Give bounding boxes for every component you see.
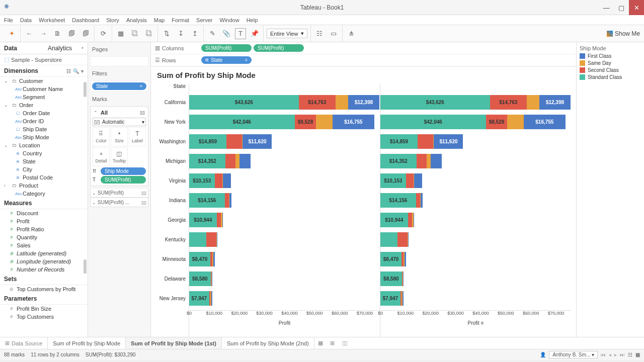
nav-last-icon[interactable]: ⏭ <box>620 352 625 357</box>
bar-segment[interactable]: $14,352 <box>189 154 225 168</box>
view-filmstrip-icon[interactable]: ▦ <box>635 352 640 357</box>
filters-shelf[interactable]: State≡ <box>90 80 148 92</box>
bar-row[interactable]: $10,153 <box>189 171 380 191</box>
menu-file[interactable]: File <box>4 17 13 23</box>
measure-profit[interactable]: #Profit <box>0 217 88 225</box>
pages-shelf[interactable]: Pages <box>90 44 148 54</box>
bar-segment[interactable] <box>213 252 215 266</box>
bar-segment[interactable] <box>403 291 404 306</box>
close-button[interactable]: ✕ <box>629 0 644 15</box>
bar-row[interactable]: $7,947 <box>380 289 571 308</box>
legend-item[interactable]: Second Class <box>580 67 641 73</box>
bar-segment[interactable] <box>223 173 231 188</box>
param-item[interactable]: #Top Customers <box>0 313 88 321</box>
sort-desc-button[interactable]: ↥ <box>189 28 200 39</box>
marks-collapsed-row[interactable]: ⌄ SUM(Profit)▯▯ <box>90 188 148 198</box>
marks-tooltip[interactable]: ◫Tooltip <box>111 147 128 166</box>
view-tabs-icon[interactable]: ☷ <box>628 352 632 357</box>
minimize-button[interactable]: — <box>599 0 614 15</box>
bar-segment[interactable] <box>380 232 397 247</box>
bar-row[interactable]: $14,352 <box>189 151 380 171</box>
bar-segment[interactable]: $8,528 <box>486 115 508 129</box>
nav-first-icon[interactable]: ⏮ <box>601 352 606 357</box>
bar-segment[interactable] <box>226 134 242 149</box>
bar-row[interactable]: $10,153 <box>380 171 571 191</box>
bar-segment[interactable]: $11,620 <box>243 134 272 149</box>
data-tab[interactable]: Data <box>0 42 44 54</box>
fit-selector[interactable]: Entire View▾ <box>267 29 307 38</box>
marks-pill[interactable]: Ship Mode <box>101 167 146 175</box>
measure-profit-ratio[interactable]: #Profit Ratio <box>0 225 88 233</box>
bar-segment[interactable] <box>225 193 229 208</box>
state-label[interactable]: California <box>156 93 189 112</box>
view-icon[interactable]: ☷ <box>66 68 71 74</box>
marks-color[interactable]: ⠿Color <box>93 127 110 146</box>
param-item[interactable]: #Profit Bin Size <box>0 305 88 313</box>
column-pill[interactable]: SUM(Profit) <box>201 44 252 52</box>
bar-segment[interactable]: $14,859 <box>380 134 418 149</box>
state-label[interactable]: Delaware <box>156 269 189 289</box>
bar-row[interactable]: $43,626$14,763$12,398 <box>380 93 571 112</box>
bar-row[interactable]: $10,944 <box>380 210 571 230</box>
state-label[interactable]: New York <box>156 112 189 132</box>
analytics-tab[interactable]: Analytics• <box>44 42 88 54</box>
pin-button[interactable]: 📌 <box>249 28 260 39</box>
menu-format[interactable]: Format <box>172 17 189 23</box>
measure-latitude-generated-[interactable]: ⊕Latitude (generated) <box>0 249 88 257</box>
bar-segment[interactable]: $12,398 <box>348 95 379 110</box>
bar-row[interactable]: $42,046$8,528$16,755 <box>189 112 380 132</box>
bar-segment[interactable] <box>414 213 414 227</box>
presentation-button[interactable]: ▭ <box>328 28 339 39</box>
bar-segment[interactable]: $14,763 <box>490 95 527 110</box>
bar-segment[interactable] <box>507 115 523 129</box>
state-label[interactable]: Indiana <box>156 191 189 210</box>
bar-row[interactable]: $14,859$11,620 <box>189 132 380 151</box>
bar-segment[interactable]: $14,763 <box>299 95 336 110</box>
row-pill[interactable]: ⊞State≡ <box>201 56 252 64</box>
state-label[interactable]: Georgia <box>156 210 189 230</box>
group-button[interactable]: 📎 <box>221 28 232 39</box>
column-pill[interactable]: SUM(Profit) <box>254 44 304 52</box>
bar-segment[interactable] <box>397 232 408 247</box>
menu-story[interactable]: Story <box>106 17 119 23</box>
dim-customer-name[interactable]: AbcCustomer Name <box>0 85 88 93</box>
rows-shelf[interactable]: ☰Rows ⊞State≡ <box>151 54 576 66</box>
measure-quantity[interactable]: #Quantity <box>0 233 88 241</box>
chart-title[interactable]: Sum of Profit by Ship Mode <box>151 67 576 83</box>
dim-country[interactable]: ⊕Country <box>0 149 88 157</box>
nav-prev-icon[interactable]: ◂ <box>609 352 611 357</box>
state-label[interactable]: Minnesota <box>156 249 189 269</box>
dim-product[interactable]: ›🗀Product <box>0 182 88 190</box>
bar-row[interactable]: $10,944 <box>189 210 380 230</box>
measure-longitude-generated-[interactable]: ⊕Longitude (generated) <box>0 257 88 265</box>
legend-item[interactable]: First Class <box>580 53 641 59</box>
legend-item[interactable]: Standard Class <box>580 74 641 80</box>
nav-next-icon[interactable]: ▸ <box>614 352 617 357</box>
new-datasource-button[interactable]: 🗐 <box>66 28 77 39</box>
state-label[interactable]: Kentucky <box>156 230 189 249</box>
bar-segment[interactable] <box>206 232 216 247</box>
bar-row[interactable]: $7,947 <box>189 289 380 308</box>
bar-segment[interactable] <box>414 173 422 188</box>
menu-help[interactable]: Help <box>247 17 258 23</box>
bar-segment[interactable]: $16,755 <box>524 115 566 129</box>
new-dashboard-button[interactable]: ⊞ <box>327 340 339 346</box>
bar-segment[interactable]: $8,470 <box>380 252 401 266</box>
menu-dashboard[interactable]: Dashboard <box>72 17 99 23</box>
menu-server[interactable]: Server <box>196 17 212 23</box>
autosave-button[interactable]: 🗐 <box>80 28 91 39</box>
duplicate-button[interactable]: ⿻ <box>129 28 140 39</box>
new-worksheet-button[interactable]: ▦ <box>115 28 126 39</box>
bar-segment[interactable]: $43,626 <box>380 95 490 110</box>
dim-customer[interactable]: ⌄🗀Customer <box>0 77 88 85</box>
bar-row[interactable]: $8,580 <box>380 269 571 289</box>
legend-item[interactable]: Same Day <box>580 60 641 66</box>
bar-segment[interactable]: $8,470 <box>189 252 210 266</box>
marks-pill[interactable]: SUM(Profit) <box>101 176 146 184</box>
bar-row[interactable]: $43,626$14,763$12,398 <box>189 93 380 112</box>
menu-map[interactable]: Map <box>154 17 165 23</box>
bar-segment[interactable] <box>336 95 348 110</box>
bar-segment[interactable]: $14,352 <box>380 154 417 168</box>
state-label[interactable]: Washington <box>156 132 189 151</box>
bar-segment[interactable] <box>408 213 412 227</box>
